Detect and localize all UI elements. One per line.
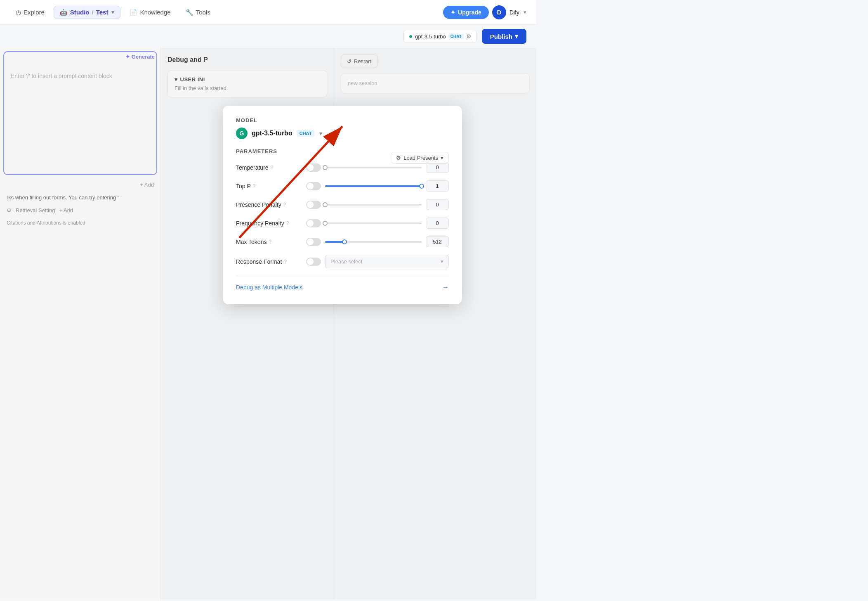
model-popup: MODEL G gpt-3.5-turbo CHAT ▾ PARAMETERS … [223, 106, 462, 304]
user-ini-text: Fill in the va is started. [175, 85, 320, 91]
max-tokens-toggle[interactable] [306, 238, 321, 246]
prompt-placeholder: Enter '/' to insert a prompt content blo… [11, 73, 112, 79]
add-label-2: + Add [59, 207, 73, 213]
add-label-1: + Add [140, 182, 154, 188]
temperature-slider[interactable] [325, 167, 422, 168]
test-label: Test [96, 9, 108, 16]
popup-model-row: G gpt-3.5-turbo CHAT ▾ [236, 128, 449, 139]
frequency-penalty-row: Frequency Penalty ? 0 [236, 218, 449, 229]
openai-icon: ● [409, 33, 413, 40]
retrieval-icon: ⚙ [7, 207, 12, 213]
publish-chevron-icon: ▾ [515, 33, 518, 40]
response-format-placeholder: Please select [330, 258, 362, 265]
frequency-penalty-slider[interactable] [325, 222, 422, 224]
presence-penalty-toggle[interactable] [306, 201, 321, 209]
frequency-penalty-label: Frequency Penalty ? [236, 220, 302, 227]
debug-title: Debug and P [167, 56, 327, 64]
debug-arrow-icon: → [442, 284, 449, 291]
response-format-label: Response Format ? [236, 258, 302, 265]
publish-label: Publish [490, 33, 512, 40]
retrieval-row[interactable]: ⚙ Retrieval Setting + Add [0, 204, 160, 217]
response-format-select[interactable]: Please select ▾ [325, 255, 449, 268]
restart-icon: ↺ [347, 58, 351, 64]
knowledge-label: Knowledge [140, 9, 170, 16]
upgrade-button[interactable]: ✦ Upgrade [443, 6, 489, 19]
explore-icon: ◷ [16, 9, 21, 16]
presence-penalty-label: Presence Penalty ? [236, 201, 302, 208]
generate-button[interactable]: ✦ Generate [125, 54, 155, 60]
explore-nav[interactable]: ◷ Explore [10, 6, 50, 19]
top-p-help-icon[interactable]: ? [253, 183, 256, 189]
frequency-penalty-toggle[interactable] [306, 219, 321, 227]
user-ini-label: USER INI [180, 76, 205, 83]
user-name: Dify [509, 9, 519, 16]
temperature-help-icon[interactable]: ? [271, 165, 274, 170]
presence-penalty-value: 0 [426, 199, 449, 210]
avatar[interactable]: D [492, 5, 506, 19]
frequency-penalty-help-icon[interactable]: ? [286, 220, 289, 226]
presets-chevron-icon: ▾ [441, 155, 443, 161]
publish-button[interactable]: Publish ▾ [482, 29, 526, 44]
max-tokens-label: Max Tokens ? [236, 239, 302, 245]
response-format-help-icon[interactable]: ? [284, 259, 287, 265]
presence-penalty-slider[interactable] [325, 204, 422, 206]
popup-chat-tag: CHAT [297, 130, 315, 137]
response-format-row: Response Format ? Please select ▾ [236, 255, 449, 268]
frequency-penalty-value: 0 [426, 218, 449, 229]
restart-label: Restart [354, 58, 371, 64]
presets-icon: ⚙ [396, 155, 401, 161]
add-row-1[interactable]: + Add [0, 178, 160, 191]
popup-model-name: gpt-3.5-turbo [252, 130, 292, 137]
upgrade-label: Upgrade [458, 9, 481, 16]
bottom-text: rks when filling out forms. You can try … [0, 191, 160, 204]
top-p-row: Top P ? 1 [236, 180, 449, 192]
tools-nav[interactable]: 🔧 Tools [180, 6, 216, 19]
response-format-toggle[interactable] [306, 258, 321, 266]
left-panel: ✦ Generate Enter '/' to insert a prompt … [0, 48, 161, 599]
temperature-label: Temperature ? [236, 164, 302, 171]
settings-icon: ⚙ [466, 33, 472, 40]
subheader: ● gpt-3.5-turbo CHAT ⚙ Publish ▾ [0, 25, 536, 48]
knowledge-icon: 📄 [130, 9, 137, 16]
user-ini-header: ▾ USER INI [175, 76, 320, 83]
max-tokens-row: Max Tokens ? 512 [236, 236, 449, 247]
user-chevron-icon: ▾ [524, 9, 526, 15]
max-tokens-help-icon[interactable]: ? [269, 239, 271, 245]
knowledge-nav[interactable]: 📄 Knowledge [124, 6, 176, 19]
retrieval-label: Retrieval Setting [16, 207, 55, 213]
prompt-area[interactable]: Enter '/' to insert a prompt content blo… [3, 51, 157, 175]
presence-penalty-row: Presence Penalty ? 0 [236, 199, 449, 210]
citations-text: Citations and Attributions is enabled [0, 217, 160, 229]
chevron-down-icon: ▾ [111, 9, 114, 15]
chat-bubble: new session [341, 73, 530, 93]
user-ini-box: ▾ USER INI Fill in the va is started. [167, 70, 327, 97]
max-tokens-slider[interactable] [325, 241, 422, 243]
studio-label: Studio [70, 9, 90, 16]
studio-nav[interactable]: 🤖 Studio / Test ▾ [54, 6, 121, 19]
response-format-chevron-icon: ▾ [441, 258, 443, 265]
explore-label: Explore [24, 9, 45, 16]
top-p-value: 1 [426, 180, 449, 192]
top-p-slider[interactable] [325, 185, 422, 187]
chat-tag: CHAT [448, 34, 464, 39]
upgrade-icon: ✦ [451, 9, 455, 16]
debug-link[interactable]: Debug as Multiple Models [236, 284, 302, 291]
temperature-toggle[interactable] [306, 163, 321, 172]
debug-link-row: Debug as Multiple Models → [236, 276, 449, 293]
model-selector[interactable]: ● gpt-3.5-turbo CHAT ⚙ [403, 30, 477, 43]
model-section-label: MODEL [236, 117, 449, 123]
top-p-label: Top P ? [236, 183, 302, 189]
tools-label: Tools [196, 9, 210, 16]
generate-label: ✦ Generate [125, 54, 155, 60]
max-tokens-value: 512 [426, 236, 449, 247]
model-icon: G [236, 128, 248, 139]
popup-chevron-icon: ▾ [319, 130, 322, 137]
top-navigation: ◷ Explore 🤖 Studio / Test ▾ 📄 Knowledge … [0, 0, 536, 25]
restart-button[interactable]: ↺ Restart [341, 54, 377, 68]
new-session-label: new session [348, 80, 377, 86]
top-p-toggle[interactable] [306, 182, 321, 190]
load-presets-button[interactable]: ⚙ Load Presents ▾ [391, 152, 449, 164]
chevron-icon: ▾ [175, 76, 178, 83]
model-name: gpt-3.5-turbo [415, 33, 446, 40]
presence-penalty-help-icon[interactable]: ? [283, 202, 286, 208]
